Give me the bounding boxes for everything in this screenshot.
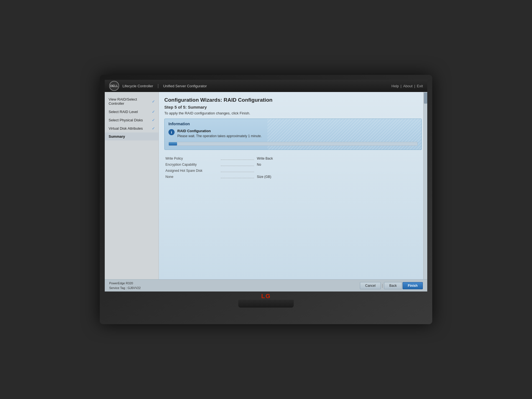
summary-row-encryption: Encryption Capability No	[165, 163, 421, 167]
encryption-value: No	[257, 163, 261, 167]
app-title: Lifecycle Controller	[122, 84, 153, 88]
sidebar-item-view-raid[interactable]: View RAID/Select Controller ✓	[105, 95, 158, 108]
summary-row-write-policy: Write Policy Write Back	[165, 157, 421, 160]
info-icon: i	[168, 129, 175, 135]
lg-brand-logo: LG	[261, 293, 271, 300]
sidebar-item-select-raid-level[interactable]: Select RAID Level ✓	[105, 108, 158, 116]
content-area: Configuration Wizards: RAID Configuratio…	[159, 92, 427, 279]
summary-fields: Write Policy Write Back Encryption Capab…	[164, 154, 422, 183]
info-box: Information i RAID Configuration Please …	[164, 119, 422, 150]
scrollbar-track[interactable]	[423, 92, 427, 279]
sidebar-item-select-physical-disks[interactable]: Select Physical Disks ✓	[105, 116, 158, 124]
summary-row-none: None Size (GB)	[165, 175, 421, 179]
sidebar-item-label: View RAID/Select Controller	[109, 97, 152, 106]
none-label: None	[165, 175, 221, 179]
monitor-stand	[238, 300, 294, 308]
finish-button[interactable]: Finish	[403, 282, 423, 289]
nav-sep1: |	[401, 84, 401, 88]
cancel-button[interactable]: Cancel	[360, 282, 381, 289]
device-info: PowerEdge R320 Service Tag : GJ6VV22	[109, 281, 141, 290]
exit-link[interactable]: Exit	[417, 84, 423, 88]
top-bar-nav: Help | About | Exit	[392, 84, 423, 88]
progress-bar-container	[168, 142, 418, 146]
title-separator: |	[158, 83, 159, 88]
service-tag: Service Tag : GJ6VV22	[109, 286, 141, 290]
sidebar-item-summary[interactable]: Summary	[105, 132, 158, 140]
check-icon-0: ✓	[152, 99, 155, 104]
screen: DELL Lifecycle Controller | Unified Serv…	[105, 80, 427, 291]
info-box-content: i RAID Configuration Please wait. The op…	[168, 129, 418, 138]
sidebar-item-label: Select RAID Level	[109, 110, 152, 114]
main-area: View RAID/Select Controller ✓ Select RAI…	[105, 92, 427, 279]
page-title: Configuration Wizards: RAID Configuratio…	[164, 97, 422, 103]
hot-spare-label: Assigned Hot Spare Disk	[165, 169, 221, 173]
back-button[interactable]: Back	[384, 282, 402, 289]
size-gb-label: Size (GB)	[257, 175, 271, 179]
dell-logo: DELL	[109, 81, 119, 91]
info-text-block: RAID Configuration Please wait. The oper…	[177, 129, 418, 138]
sidebar-item-virtual-disk[interactable]: Virtual Disk Attributes ✓	[105, 124, 158, 132]
about-link[interactable]: About	[403, 84, 413, 88]
check-icon-3: ✓	[152, 126, 155, 131]
check-icon-2: ✓	[152, 118, 155, 122]
step-label: Step 5 of 5: Summary	[164, 105, 422, 109]
top-bar: DELL Lifecycle Controller | Unified Serv…	[105, 80, 427, 92]
sidebar: View RAID/Select Controller ✓ Select RAI…	[105, 92, 159, 279]
top-bar-left: DELL Lifecycle Controller | Unified Serv…	[109, 81, 207, 91]
help-link[interactable]: Help	[392, 84, 399, 88]
sidebar-item-label: Virtual Disk Attributes	[109, 126, 152, 131]
info-title: RAID Configuration	[177, 129, 418, 133]
btn-separator: |	[382, 283, 383, 288]
instruction-text: To apply the RAID configuration changes,…	[164, 111, 422, 115]
monitor: DELL Lifecycle Controller | Unified Serv…	[100, 75, 432, 324]
write-policy-label: Write Policy	[165, 157, 221, 160]
bottom-bar: PowerEdge R320 Service Tag : GJ6VV22 Can…	[105, 279, 427, 291]
info-box-header: Information	[168, 122, 418, 126]
device-name: PowerEdge R320	[109, 281, 141, 286]
info-desc: Please wait. The operation takes approxi…	[177, 134, 418, 138]
sidebar-item-label: Summary	[109, 134, 155, 139]
scrollbar-thumb[interactable]	[424, 93, 427, 104]
write-policy-value: Write Back	[257, 157, 273, 160]
nav-sep2: |	[414, 84, 415, 88]
bottom-buttons: Cancel | Back Finish	[360, 282, 423, 289]
check-icon-1: ✓	[152, 109, 155, 114]
progress-bar-fill	[169, 142, 177, 145]
encryption-label: Encryption Capability	[165, 163, 221, 167]
summary-row-hot-spare: Assigned Hot Spare Disk	[165, 169, 421, 173]
app-subtitle: Unified Server Configurator	[163, 84, 207, 88]
sidebar-item-label: Select Physical Disks	[109, 118, 152, 122]
